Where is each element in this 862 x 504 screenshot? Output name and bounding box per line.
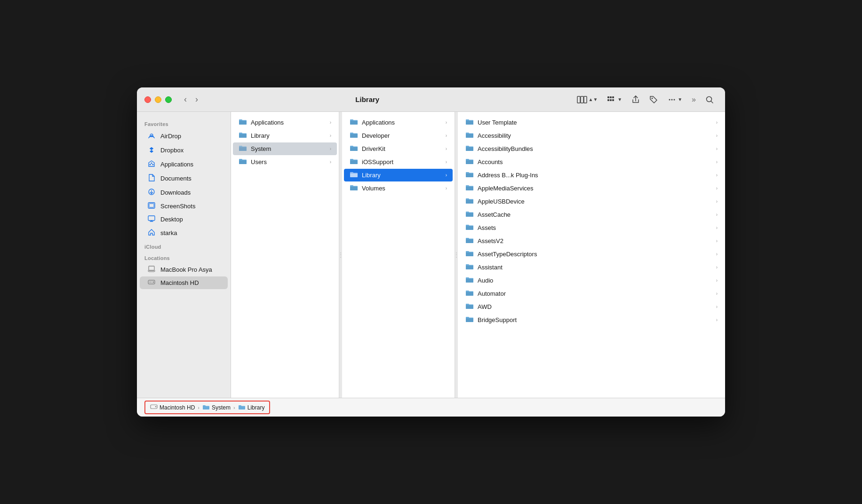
col3-bridge-support[interactable]: BridgeSupport › xyxy=(460,314,723,326)
sidebar-item-starka[interactable]: starka xyxy=(140,226,228,240)
svg-point-17 xyxy=(152,164,154,165)
svg-rect-8 xyxy=(612,99,614,101)
sidebar-item-macbook[interactable]: MacBook Pro Asya xyxy=(140,263,228,276)
col1-system-label: System xyxy=(251,145,326,152)
sidebar-label-downloads: Downloads xyxy=(160,189,191,196)
col3-apple-media-services-label: AppleMediaServices xyxy=(478,185,712,192)
col2-applications[interactable]: Applications › xyxy=(344,116,453,129)
col3-assistant[interactable]: Assistant › xyxy=(460,261,723,274)
col3-accounts[interactable]: Accounts › xyxy=(460,156,723,168)
col3-address-book-plugins[interactable]: Address B...k Plug-Ins › xyxy=(460,169,723,181)
sidebar-label-screenshots: ScreenShots xyxy=(160,203,195,210)
sidebar-item-macintosh-hd[interactable]: Macintosh HD xyxy=(140,276,228,289)
sidebar-item-documents[interactable]: Documents xyxy=(140,172,228,185)
col2-iossupport[interactable]: iOSSupport › xyxy=(344,156,453,168)
svg-point-10 xyxy=(669,99,670,100)
chevron-icon: › xyxy=(446,159,447,165)
chevron-icon: › xyxy=(446,186,447,191)
chevron-icon: › xyxy=(330,146,331,151)
col2-library[interactable]: Library › xyxy=(344,169,453,181)
sidebar-item-downloads[interactable]: Downloads xyxy=(140,186,228,199)
folder-icon xyxy=(350,158,358,166)
share-button[interactable] xyxy=(628,93,644,106)
columns-area: Applications › Library › System › xyxy=(231,112,725,398)
icloud-label: iCloud xyxy=(137,240,231,252)
chevron-icon: › xyxy=(716,120,718,125)
locations-label: Locations xyxy=(137,252,231,263)
col2-driverkit[interactable]: DriverKit › xyxy=(344,142,453,155)
col2-volumes[interactable]: Volumes › xyxy=(344,182,453,195)
path-system[interactable]: System xyxy=(202,404,231,411)
col3-apple-usb-device[interactable]: AppleUSBDevice › xyxy=(460,195,723,208)
col1-system[interactable]: System › xyxy=(233,142,337,155)
laptop-icon xyxy=(147,266,156,274)
col-divider-1[interactable] xyxy=(339,112,342,398)
svg-point-12 xyxy=(674,99,675,100)
sidebar-label-applications: Applications xyxy=(160,161,193,168)
col1-users[interactable]: Users › xyxy=(233,156,337,168)
col-divider-2[interactable] xyxy=(455,112,458,398)
col3-awd[interactable]: AWD › xyxy=(460,300,723,313)
col3-asset-type-descriptors[interactable]: AssetTypeDescriptors › xyxy=(460,248,723,260)
sidebar-item-airdrop[interactable]: AirDrop xyxy=(140,129,228,143)
col1-users-label: Users xyxy=(251,158,326,165)
tag-button[interactable] xyxy=(646,93,662,106)
folder-icon xyxy=(465,237,474,245)
sidebar-item-screenshots[interactable]: ScreenShots xyxy=(140,200,228,213)
col3-accessibility[interactable]: Accessibility › xyxy=(460,129,723,142)
more-button[interactable]: ▼ xyxy=(663,93,686,106)
folder-icon xyxy=(465,316,474,324)
col3-user-template[interactable]: User Template › xyxy=(460,116,723,129)
window-title: Library xyxy=(161,95,573,103)
sidebar-item-dropbox[interactable]: Dropbox xyxy=(140,143,228,157)
folder-icon xyxy=(465,132,474,140)
path-macintosh-hd[interactable]: Macintosh HD xyxy=(150,403,195,411)
folder-icon xyxy=(465,276,474,284)
col3-asset-cache[interactable]: AssetCache › xyxy=(460,208,723,221)
col3-automator-label: Automator xyxy=(478,290,712,297)
extensions-button[interactable]: » xyxy=(688,93,700,106)
col3-asset-cache-label: AssetCache xyxy=(478,211,712,218)
chevron-icon: › xyxy=(716,199,718,204)
folder-icon xyxy=(465,184,474,192)
svg-rect-3 xyxy=(607,96,609,98)
col2-developer-label: Developer xyxy=(362,132,442,139)
folder-icon xyxy=(239,118,247,126)
svg-rect-0 xyxy=(577,96,580,103)
chevron-icon: › xyxy=(716,265,718,270)
folder-icon xyxy=(465,211,474,219)
folder-icon xyxy=(239,158,247,166)
col3-assets[interactable]: Assets › xyxy=(460,221,723,234)
col2-developer[interactable]: Developer › xyxy=(344,129,453,142)
col3-audio[interactable]: Audio › xyxy=(460,274,723,287)
col3-assets-label: Assets xyxy=(478,224,712,231)
chevron-icon: › xyxy=(716,317,718,323)
col1-applications[interactable]: Applications › xyxy=(233,116,337,129)
column-1: Applications › Library › System › xyxy=(231,112,339,398)
col3-apple-media-services[interactable]: AppleMediaServices › xyxy=(460,182,723,195)
path-library-label: Library xyxy=(247,404,265,411)
sidebar: Favorites AirDrop xyxy=(137,112,231,398)
sidebar-item-desktop[interactable]: Desktop xyxy=(140,213,228,226)
svg-point-24 xyxy=(153,282,154,283)
dropbox-icon xyxy=(147,146,156,155)
search-button[interactable] xyxy=(702,93,718,106)
folder-icon xyxy=(239,132,247,140)
sidebar-label-airdrop: AirDrop xyxy=(160,133,181,140)
airdrop-icon xyxy=(147,132,156,141)
col3-assets-v2-label: AssetsV2 xyxy=(478,237,712,244)
col3-automator[interactable]: Automator › xyxy=(460,287,723,300)
minimize-button[interactable] xyxy=(155,96,161,103)
sidebar-item-applications[interactable]: Applications xyxy=(140,158,228,171)
view-columns-button[interactable]: ▲▼ xyxy=(573,94,601,106)
folder-icon xyxy=(465,197,474,205)
svg-rect-22 xyxy=(149,266,154,270)
path-library[interactable]: Library xyxy=(238,404,265,411)
folder-icon xyxy=(465,171,474,179)
col1-library[interactable]: Library › xyxy=(233,129,337,142)
view-options-button[interactable]: ▼ xyxy=(603,94,626,106)
col3-assets-v2[interactable]: AssetsV2 › xyxy=(460,235,723,247)
titlebar: ‹ › Library ▲▼ xyxy=(137,87,725,112)
col3-accessibility-bundles[interactable]: AccessibilityBundles › xyxy=(460,142,723,155)
close-button[interactable] xyxy=(144,96,151,103)
